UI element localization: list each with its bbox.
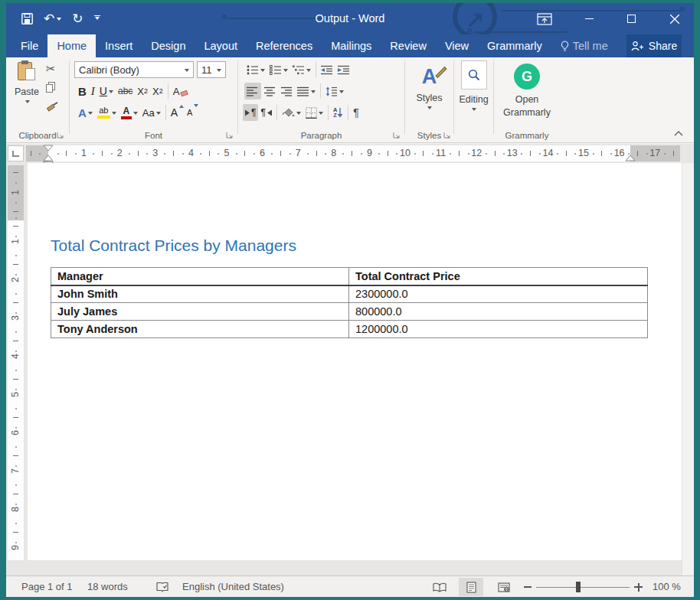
cut-button[interactable]: ✂ [46,62,56,76]
clipboard-dialog-launcher[interactable] [57,132,64,139]
multilevel-dropdown-arrow[interactable] [306,69,311,74]
editing-button[interactable]: Editing [454,60,493,113]
line-spacing-button[interactable] [323,83,346,99]
document-page[interactable]: Total Contract Prices by Managers Manage… [28,163,682,560]
tab-mailings[interactable]: Mailings [322,34,381,57]
underline-button[interactable]: U [97,83,116,99]
font-size-combobox[interactable]: 11 [197,61,226,78]
tab-tell-me[interactable]: Tell me [551,34,617,57]
decrease-indent-button[interactable] [319,61,335,78]
font-color-button[interactable]: A [119,104,140,121]
paste-button[interactable]: Paste [11,60,43,106]
bullets-dropdown-arrow[interactable] [260,69,265,74]
tab-review[interactable]: Review [381,34,436,57]
table-cell[interactable]: July James [51,303,349,321]
vertical-ruler[interactable]: 1123456789 [8,165,24,560]
align-left-button[interactable] [244,83,261,99]
rtl-direction-button[interactable]: ¶ [258,104,273,121]
styles-button[interactable]: A Styles [405,64,453,112]
shrink-font-button[interactable]: A [185,104,195,121]
tab-references[interactable]: References [247,34,322,57]
table-cell[interactable]: 2300000.0 [349,285,648,303]
grow-font-button[interactable]: A [168,104,180,121]
italic-button[interactable]: I [89,83,97,99]
styles-dialog-launcher[interactable] [443,132,451,139]
print-layout-button[interactable] [459,578,483,596]
paste-dropdown-arrow[interactable] [25,100,30,106]
copy-button[interactable] [46,82,57,93]
underline-dropdown-arrow[interactable] [109,90,113,96]
table-cell[interactable]: John Smith [51,285,349,303]
zoom-slider-track[interactable] [536,587,630,588]
text-highlight-button[interactable]: ab [95,104,119,121]
sort-button[interactable]: A Z [331,104,345,121]
read-mode-button[interactable] [427,578,452,596]
font-dialog-launcher[interactable] [226,132,234,139]
ltr-direction-button[interactable]: ¶ [243,104,258,121]
increase-indent-button[interactable] [335,61,352,78]
change-case-dropdown-arrow[interactable] [156,112,161,117]
paragraph-dialog-launcher[interactable] [393,132,401,139]
page-indicator[interactable]: Page 1 of 1 [21,581,73,592]
horizontal-ruler[interactable]: 1234567891011121314151617 [26,145,680,161]
justify-button[interactable] [295,83,318,99]
borders-button[interactable] [303,104,325,121]
bullets-button[interactable] [244,61,267,78]
first-line-indent-marker[interactable] [43,145,54,152]
line-spacing-dropdown-arrow[interactable] [339,90,344,96]
tab-file[interactable]: File [11,34,47,57]
tab-insert[interactable]: Insert [96,34,142,57]
bold-button[interactable]: B [76,83,89,99]
zoom-slider-handle[interactable] [576,582,581,592]
close-button[interactable] [663,3,686,34]
font-family-dropdown-arrow[interactable] [185,69,189,74]
zoom-level[interactable]: 100 % [653,581,681,592]
zoom-out-button[interactable] [524,586,532,588]
tab-stop-selector[interactable] [8,145,24,161]
text-effects-button[interactable]: A [76,104,95,121]
table-cell[interactable]: Tony Anderson [51,321,349,338]
font-color-dropdown-arrow[interactable] [133,112,138,117]
vertical-scrollbar[interactable] [682,163,694,576]
align-right-button[interactable] [278,83,295,99]
maximize-button[interactable] [620,3,643,34]
open-grammarly-button[interactable]: G Open Grammarly [494,64,560,119]
numbering-dropdown-arrow[interactable] [283,69,288,74]
shading-button[interactable] [280,104,303,121]
subscript-button[interactable]: X2 [135,83,150,99]
tab-view[interactable]: View [436,34,478,57]
text-effects-dropdown-arrow[interactable] [88,112,93,117]
multilevel-list-button[interactable] [290,61,313,78]
web-layout-button[interactable] [492,578,516,596]
tab-grammarly[interactable]: Grammarly [478,34,551,57]
tab-home[interactable]: Home [47,34,96,57]
justify-dropdown-arrow[interactable] [311,90,316,96]
proofing-status-button[interactable] [156,582,168,595]
styles-dropdown-arrow[interactable] [427,106,432,112]
ribbon-display-options-button[interactable] [533,3,556,34]
editing-dropdown-arrow[interactable] [472,108,476,113]
table-cell[interactable]: 1200000.0 [349,321,648,338]
tab-layout[interactable]: Layout [195,34,247,57]
clear-formatting-button[interactable]: A [171,83,191,99]
share-button[interactable]: Share [626,34,682,57]
change-case-button[interactable]: Aa [140,104,163,121]
collapse-ribbon-chevron-icon[interactable] [674,131,683,136]
numbering-button[interactable] [267,61,290,78]
word-count[interactable]: 18 words [87,581,128,592]
borders-dropdown-arrow[interactable] [319,112,323,117]
language-indicator[interactable]: English (United States) [182,581,284,592]
table-cell[interactable]: 800000.0 [349,303,648,321]
tab-design[interactable]: Design [142,34,195,57]
right-indent-marker[interactable] [625,155,636,162]
shading-dropdown-arrow[interactable] [296,112,301,117]
strikethrough-button[interactable]: abc [116,83,135,99]
show-hide-pilcrow-button[interactable]: ¶ [351,104,361,121]
format-painter-button[interactable] [46,102,58,113]
font-size-dropdown-arrow[interactable] [217,69,221,74]
align-center-button[interactable] [261,83,278,99]
highlight-dropdown-arrow[interactable] [112,112,116,117]
superscript-button[interactable]: X2 [150,83,165,99]
font-family-combobox[interactable]: Calibri (Body) [74,61,194,78]
minimize-button[interactable] [577,3,600,34]
